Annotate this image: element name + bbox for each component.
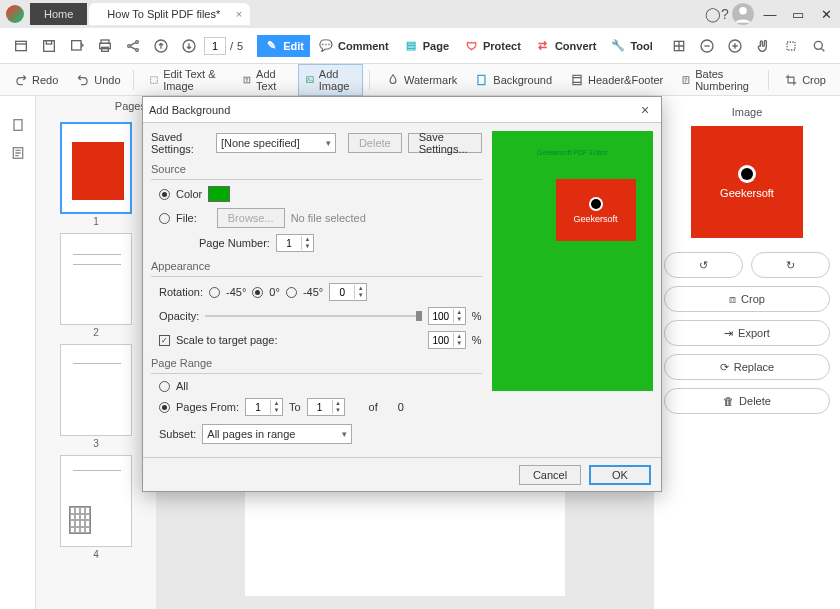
thumbnail-3[interactable] xyxy=(60,344,132,436)
close-window-button[interactable]: ✕ xyxy=(812,7,840,22)
background-button[interactable]: Background xyxy=(469,70,558,90)
thumbnail-4[interactable] xyxy=(60,455,132,547)
saved-settings-select[interactable]: [None specified] xyxy=(216,133,336,153)
range-all-radio[interactable] xyxy=(159,381,170,392)
app-logo-icon xyxy=(6,5,24,23)
source-color-radio[interactable] xyxy=(159,189,170,200)
replace-image-button[interactable]: ⟳Replace xyxy=(664,354,830,380)
next-page-icon[interactable] xyxy=(176,33,202,59)
from-spinner[interactable]: ▲▼ xyxy=(245,398,283,416)
undo-button[interactable]: Undo xyxy=(70,70,126,90)
save-icon[interactable] xyxy=(36,33,62,59)
thumbnail-1-num: 1 xyxy=(36,216,156,227)
edit-mode-icon: ✎ xyxy=(263,38,279,54)
home-tab[interactable]: Home xyxy=(30,3,87,25)
page-indicator: / 5 xyxy=(204,37,243,55)
edit-text-image-button[interactable]: Edit Text & Image xyxy=(143,65,230,95)
rotation-neg45-radio[interactable] xyxy=(209,287,220,298)
print-icon[interactable] xyxy=(92,33,118,59)
scale-checkbox[interactable]: ✓ xyxy=(159,335,170,346)
close-tab-icon[interactable]: × xyxy=(236,8,242,20)
rotate-right-button[interactable]: ↻ xyxy=(751,252,830,278)
rotation-0-radio[interactable] xyxy=(252,287,263,298)
page-number-input[interactable] xyxy=(204,37,226,55)
view-fit-icon[interactable] xyxy=(666,33,692,59)
add-text-button[interactable]: Add Text xyxy=(236,65,292,95)
select-icon[interactable] xyxy=(778,33,804,59)
save-as-icon[interactable] xyxy=(64,33,90,59)
thumbnail-2[interactable] xyxy=(60,233,132,325)
rotate-right-icon: ↻ xyxy=(786,259,795,272)
zoom-in-icon[interactable] xyxy=(722,33,748,59)
hand-icon[interactable] xyxy=(750,33,776,59)
header-footer-button[interactable]: Header&Footer xyxy=(564,70,669,90)
subset-select[interactable]: All pages in range xyxy=(202,424,352,444)
rotation-45-radio[interactable] xyxy=(286,287,297,298)
opacity-spinner[interactable]: ▲▼ xyxy=(428,307,466,325)
save-settings-button[interactable]: Save Settings... xyxy=(408,133,482,153)
image-preview: Geekersoft xyxy=(691,126,803,238)
export-icon: ⇥ xyxy=(724,327,733,340)
crop-image-button[interactable]: ⧈Crop xyxy=(664,286,830,312)
ok-button[interactable]: OK xyxy=(589,465,651,485)
subset-label: Subset: xyxy=(159,428,196,440)
share-icon[interactable] xyxy=(120,33,146,59)
dialog-titlebar[interactable]: Add Background × xyxy=(143,97,661,123)
mode-tool[interactable]: 🔧Tool xyxy=(604,35,658,57)
image-brand-label: Geekersoft xyxy=(720,187,774,199)
export-image-button[interactable]: ⇥Export xyxy=(664,320,830,346)
add-image-button[interactable]: Add Image xyxy=(298,64,363,96)
help-icon[interactable]: ◯? xyxy=(704,1,730,27)
range-all-label: All xyxy=(176,380,188,392)
thumbnails-view-icon[interactable] xyxy=(7,114,29,136)
svg-rect-23 xyxy=(478,75,485,84)
delete-saved-button: Delete xyxy=(348,133,402,153)
mode-protect[interactable]: 🛡Protect xyxy=(457,35,527,57)
color-swatch[interactable] xyxy=(208,186,230,202)
dialog-title: Add Background xyxy=(149,104,230,116)
to-spinner[interactable]: ▲▼ xyxy=(307,398,345,416)
opacity-label: Opacity: xyxy=(159,310,199,322)
svg-rect-21 xyxy=(307,76,314,82)
thumbnail-1[interactable] xyxy=(60,122,132,214)
dialog-close-icon[interactable]: × xyxy=(635,102,655,118)
opacity-slider[interactable] xyxy=(205,315,421,317)
rotate-left-button[interactable]: ↺ xyxy=(664,252,743,278)
mode-page[interactable]: ▤Page xyxy=(397,35,455,57)
cancel-button[interactable]: Cancel xyxy=(519,465,581,485)
image-panel-title: Image xyxy=(664,106,830,118)
thumbnails-title: Pages xyxy=(36,96,156,116)
bookmarks-view-icon[interactable] xyxy=(7,142,29,164)
mode-convert[interactable]: ⇄Convert xyxy=(529,35,603,57)
thumbnail-3-num: 3 xyxy=(36,438,156,449)
dialog-footer: Cancel OK xyxy=(143,457,661,491)
bates-button[interactable]: Bates Numbering xyxy=(675,65,761,95)
protect-mode-icon: 🛡 xyxy=(463,38,479,54)
search-icon[interactable] xyxy=(806,33,832,59)
svg-rect-2 xyxy=(16,41,27,50)
watermark-button[interactable]: Watermark xyxy=(380,70,463,90)
redo-button[interactable]: Redo xyxy=(8,70,64,90)
document-tab-label: How To Split PDF files* xyxy=(107,8,220,20)
document-tab[interactable]: How To Split PDF files* × xyxy=(89,3,250,25)
open-icon[interactable] xyxy=(8,33,34,59)
maximize-button[interactable]: ▭ xyxy=(784,7,812,22)
page-number-spinner[interactable]: ▲▼ xyxy=(276,234,314,252)
appearance-group-label: Appearance xyxy=(151,260,482,272)
range-from-radio[interactable] xyxy=(159,402,170,413)
prev-page-icon[interactable] xyxy=(148,33,174,59)
user-icon[interactable] xyxy=(730,1,756,27)
mode-edit[interactable]: ✎Edit xyxy=(257,35,310,57)
delete-image-button[interactable]: 🗑Delete xyxy=(664,388,830,414)
mode-comment[interactable]: 💬Comment xyxy=(312,35,395,57)
svg-point-9 xyxy=(128,44,131,47)
edit-sub-toolbar: Redo Undo Edit Text & Image Add Text Add… xyxy=(0,64,840,96)
scale-spinner[interactable]: ▲▼ xyxy=(428,331,466,349)
pages-from-label: Pages From: xyxy=(176,401,239,413)
minimize-button[interactable]: — xyxy=(756,7,784,22)
zoom-out-icon[interactable] xyxy=(694,33,720,59)
rotation-spinner[interactable]: ▲▼ xyxy=(329,283,367,301)
crop-button[interactable]: Crop xyxy=(778,70,832,90)
source-file-radio[interactable] xyxy=(159,213,170,224)
svg-rect-17 xyxy=(787,42,795,50)
